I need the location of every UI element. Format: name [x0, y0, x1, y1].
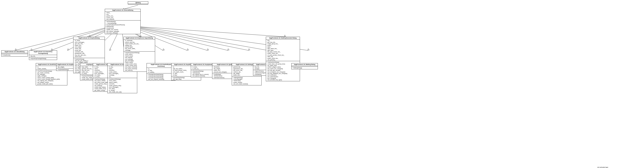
export-key-package-box: GpgFrontend::UI::ExportKey PackageDialog… [29, 50, 57, 60]
keysetexpire-attrs: - ui_ - m_key_ - m_subkey_ [147, 68, 175, 73]
svg-line-32 [135, 27, 284, 37]
subkeygen-title: GpgFrontend::UI::SubKeyGenerate Dialog [266, 37, 300, 40]
general-dialog-attrs: - name_ - rect_ - parent_rect_ - screen_… [105, 12, 140, 21]
keygen-attrs: - re_email_ - error_messages_ - gen_key_… [74, 40, 105, 58]
gnupg-controller-methods: + GnuPGControllerDialog() - get_restart_… [36, 70, 67, 85]
keysetexpire-title: GpgFrontend::UI::KeySetExpire DateDialog [147, 63, 175, 68]
qdialog-box: QDialog [128, 1, 148, 4]
svg-marker-3 [15, 49, 17, 50]
keygen-title: GpgFrontend::UI::KeyGenDialog [74, 37, 105, 40]
about-dialog-box: GpgFrontend::UI::AboutDialog # showEvent… [1, 50, 28, 57]
general-dialog-methods: + GeneralDialog() + ~GeneralDialog() # m… [105, 21, 140, 34]
diagram-container: QDialog GpgFrontend::UI::GeneralDialog -… [0, 0, 644, 168]
svg-marker-15 [110, 49, 111, 50]
svg-marker-21 [163, 49, 164, 50]
subkeygen-box: GpgFrontend::UI::SubKeyGenerate Dialog -… [266, 37, 300, 81]
keyserver-import-title: GpgFrontend::UI::KeyServer ImportDialog [124, 37, 155, 40]
svg-marker-7 [51, 49, 53, 50]
svg-marker-5 [31, 49, 32, 50]
waiting-dialog-title: GpgFrontend::UI::Waiting Dialog [292, 63, 318, 66]
general-dialog-title: GpgFrontend::UI::GeneralDialog [105, 9, 140, 12]
svg-marker-19 [140, 35, 142, 37]
settings-dialog-methods: + SettingsDialog() + ListLanguage() + Sl… [232, 76, 262, 85]
svg-marker-23 [187, 49, 189, 50]
svg-marker-33 [284, 35, 286, 37]
svg-marker-11 [89, 35, 91, 37]
export-key-attrs: - key_ids_ [29, 55, 57, 57]
svg-marker-35 [308, 49, 309, 50]
general-dialog-box: GpgFrontend::UI::GeneralDialog - name_ -… [105, 9, 140, 34]
keynewuid-methods: + KeyNewUIDDialog() - close_button_ - se… [108, 78, 137, 93]
waiting-dialog-box: GpgFrontend::UI::Waiting Dialog + Waitin… [292, 63, 318, 69]
qdialog-title: QDialog [128, 2, 148, 4]
about-dialog-methods: # showEvent() [2, 54, 28, 56]
svg-marker-25 [207, 49, 209, 50]
slot-activated-label: slot activated type [597, 166, 608, 168]
keyserver-import-attrs: - m_automatic_ - search_edit_box_ - impo… [124, 40, 155, 52]
about-dialog-title: GpgFrontend::UI::AboutDialog [2, 51, 28, 53]
subkeygen-attrs: - key_ - gen_key_info_ - usage_group_box… [266, 40, 300, 61]
export-key-methods: + ExportKeyPackageDialog() [29, 57, 57, 60]
keysetexpire-methods: + KeySetExpireDateDialog() + KeySetExpir… [147, 73, 175, 81]
svg-marker-27 [228, 49, 229, 50]
svg-marker-9 [67, 49, 69, 50]
waiting-dialog-methods: + WaitingDialog() [292, 67, 318, 69]
export-key-title: GpgFrontend::UI::ExportKey PackageDialog [29, 51, 57, 55]
svg-marker-29 [248, 49, 250, 50]
